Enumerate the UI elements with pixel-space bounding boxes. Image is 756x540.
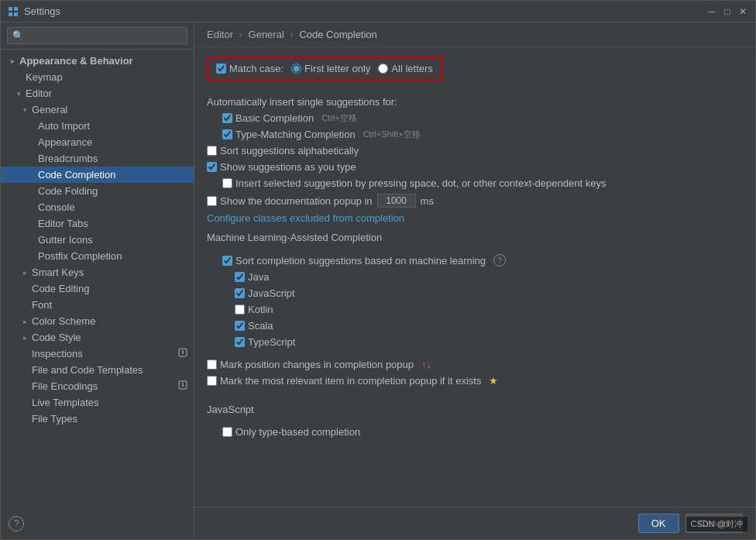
basic-completion-label[interactable]: Basic Completion bbox=[222, 112, 314, 124]
sidebar-item-code-editing[interactable]: Code Editing bbox=[1, 280, 194, 297]
sidebar-item-code-completion[interactable]: Code Completion ← bbox=[1, 167, 194, 183]
type-matching-label[interactable]: Type-Matching Completion bbox=[222, 129, 356, 140]
scala-row: Scala bbox=[207, 320, 743, 332]
mark-relevant-text: Mark the most relevant item in completio… bbox=[220, 375, 481, 387]
mark-position-label[interactable]: Mark position changes in completion popu… bbox=[207, 359, 414, 370]
sidebar-item-inspections[interactable]: Inspections bbox=[1, 346, 194, 362]
match-case-checkbox-label[interactable]: Match case: bbox=[216, 63, 284, 74]
sidebar-item-smart-keys[interactable]: Smart Keys bbox=[1, 264, 194, 280]
help-icon[interactable]: ? bbox=[493, 254, 506, 267]
sidebar-item-live-templates[interactable]: Live Templates bbox=[1, 394, 194, 411]
sidebar-label: Appearance & Behavior bbox=[19, 55, 133, 67]
search-input[interactable] bbox=[7, 27, 187, 44]
minimize-button[interactable]: ─ bbox=[706, 5, 718, 18]
sidebar-item-code-style[interactable]: Code Style bbox=[1, 329, 194, 346]
basic-completion-checkbox[interactable] bbox=[222, 113, 232, 123]
sidebar-item-editor[interactable]: Editor bbox=[1, 85, 194, 101]
type-shortcut: Ctrl+Shift+空格 bbox=[363, 129, 421, 140]
sidebar-item-editor-tabs[interactable]: Editor Tabs bbox=[1, 215, 194, 232]
sidebar-label: Editor Tabs bbox=[38, 218, 88, 229]
sort-ml-checkbox[interactable] bbox=[222, 256, 232, 266]
csdn-badge: CSDN @对冲 bbox=[686, 517, 747, 531]
sidebar-item-file-code-templates[interactable]: File and Code Templates bbox=[1, 362, 194, 378]
mark-position-checkbox[interactable] bbox=[207, 359, 217, 370]
configure-link[interactable]: Configure classes excluded from completi… bbox=[207, 212, 404, 224]
kotlin-text: Kotlin bbox=[248, 304, 273, 315]
match-case-checkbox[interactable] bbox=[216, 64, 226, 74]
sidebar-item-console[interactable]: Console bbox=[1, 199, 194, 215]
right-panel: Editor › General › Code Completion Match… bbox=[194, 22, 755, 539]
insert-selected-text: Insert selected suggestion by pressing s… bbox=[235, 177, 606, 189]
typescript-checkbox[interactable] bbox=[235, 337, 245, 347]
show-doc-popup-checkbox[interactable] bbox=[207, 196, 217, 206]
show-suggestions-label[interactable]: Show suggestions as you type bbox=[207, 161, 356, 173]
type-matching-checkbox[interactable] bbox=[222, 129, 232, 139]
first-letter-radio[interactable] bbox=[291, 64, 301, 74]
typescript-label[interactable]: TypeScript bbox=[235, 336, 295, 348]
help-button[interactable]: ? bbox=[9, 516, 24, 531]
java-text: Java bbox=[248, 271, 269, 283]
insert-selected-checkbox[interactable] bbox=[222, 178, 232, 188]
type-matching-text: Type-Matching Completion bbox=[235, 129, 356, 140]
scala-checkbox[interactable] bbox=[235, 321, 245, 331]
sidebar-item-general[interactable]: General bbox=[1, 101, 194, 118]
sidebar-item-gutter-icons[interactable]: Gutter Icons bbox=[1, 232, 194, 248]
only-type-based-checkbox[interactable] bbox=[222, 427, 232, 437]
sort-ml-label[interactable]: Sort completion suggestions based on mac… bbox=[222, 255, 486, 267]
sidebar-item-code-folding[interactable]: Code Folding bbox=[1, 183, 194, 199]
ok-button[interactable]: OK bbox=[638, 514, 679, 533]
sidebar-item-keymap[interactable]: Keymap bbox=[1, 69, 194, 85]
sidebar-tree: Appearance & Behavior Keymap Editor Gene… bbox=[1, 50, 194, 539]
show-suggestions-row: Show suggestions as you type bbox=[207, 161, 743, 173]
sidebar-item-appearance-behavior[interactable]: Appearance & Behavior bbox=[1, 53, 194, 69]
insert-selected-label[interactable]: Insert selected suggestion by pressing s… bbox=[222, 177, 606, 189]
sidebar-item-appearance[interactable]: Appearance bbox=[1, 134, 194, 150]
sort-alpha-checkbox[interactable] bbox=[207, 146, 217, 156]
java-checkbox[interactable] bbox=[235, 272, 245, 282]
js-section: JavaScript Only type-based completion bbox=[207, 401, 743, 438]
all-letters-radio[interactable] bbox=[378, 64, 388, 74]
bottom-bar: OK Cancel bbox=[194, 507, 755, 539]
close-button[interactable]: ✕ bbox=[737, 5, 749, 18]
breadcrumb-current: Code Completion bbox=[299, 29, 376, 40]
auto-insert-label: Automatically insert single suggestions … bbox=[207, 96, 397, 108]
js-section-label: JavaScript bbox=[207, 404, 254, 415]
kotlin-checkbox[interactable] bbox=[235, 304, 245, 315]
sidebar-label: Gutter Icons bbox=[38, 234, 93, 246]
sort-alpha-label[interactable]: Sort suggestions alphabetically bbox=[207, 145, 359, 156]
mark-relevant-label[interactable]: Mark the most relevant item in completio… bbox=[207, 375, 481, 387]
match-case-box: Match case: First letter only All letter… bbox=[207, 57, 442, 81]
kotlin-label[interactable]: Kotlin bbox=[235, 304, 273, 315]
breadcrumb-sep-1: › bbox=[239, 29, 246, 40]
maximize-button[interactable]: □ bbox=[721, 5, 734, 18]
doc-popup-value-input[interactable] bbox=[377, 194, 416, 208]
ml-section-label: Machine Learning-Assisted Completion bbox=[207, 232, 382, 243]
chevron-icon bbox=[19, 316, 30, 327]
show-doc-popup-label[interactable]: Show the documentation popup in bbox=[207, 195, 373, 207]
java-label[interactable]: Java bbox=[235, 271, 269, 283]
window-controls: ─ □ ✕ bbox=[706, 5, 749, 18]
sidebar-item-font[interactable]: Font bbox=[1, 297, 194, 313]
only-type-based-label[interactable]: Only type-based completion bbox=[222, 426, 360, 438]
sidebar-label: Console bbox=[38, 201, 75, 213]
all-letters-radio-label[interactable]: All letters bbox=[378, 63, 432, 74]
scala-label[interactable]: Scala bbox=[235, 320, 273, 332]
sidebar-item-auto-import[interactable]: Auto Import bbox=[1, 118, 194, 134]
javascript-checkbox[interactable] bbox=[235, 288, 245, 298]
show-doc-popup-text: Show the documentation popup in bbox=[220, 195, 373, 207]
sidebar-item-color-scheme[interactable]: Color Scheme bbox=[1, 313, 194, 329]
sidebar-label: Postfix Completion bbox=[38, 250, 122, 262]
javascript-label[interactable]: JavaScript bbox=[235, 287, 295, 299]
sidebar-item-breadcrumbs[interactable]: Breadcrumbs bbox=[1, 150, 194, 167]
mark-relevant-row: Mark the most relevant item in completio… bbox=[207, 375, 743, 387]
chevron-icon bbox=[13, 88, 24, 99]
show-suggestions-checkbox[interactable] bbox=[207, 162, 217, 172]
first-letter-radio-label[interactable]: First letter only bbox=[291, 63, 370, 74]
typescript-row: TypeScript bbox=[207, 336, 743, 348]
sidebar-item-file-types[interactable]: File Types bbox=[1, 411, 194, 427]
mark-relevant-checkbox[interactable] bbox=[207, 376, 217, 386]
only-type-based-text: Only type-based completion bbox=[235, 426, 360, 438]
sidebar-item-file-encodings[interactable]: File Encodings bbox=[1, 378, 194, 394]
sidebar-item-postfix-completion[interactable]: Postfix Completion bbox=[1, 248, 194, 264]
kotlin-row: Kotlin bbox=[207, 304, 743, 315]
